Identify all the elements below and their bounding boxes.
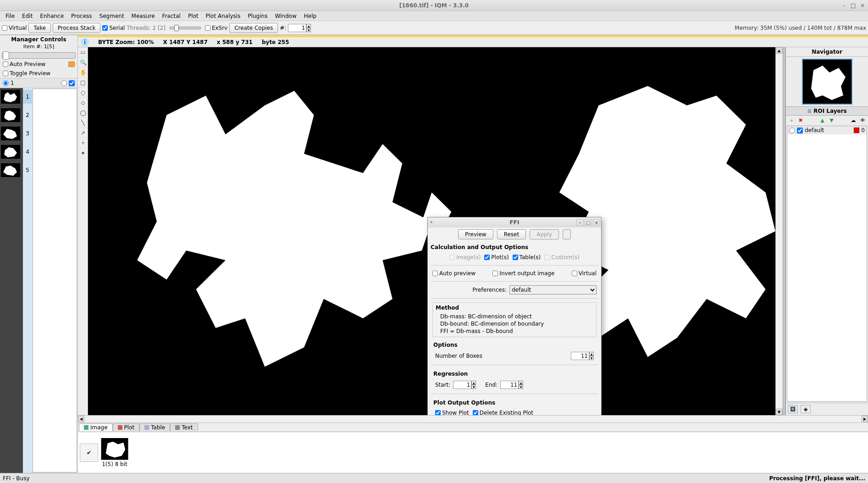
maximize-icon[interactable]: □ (850, 2, 857, 9)
aux-radio[interactable] (61, 80, 67, 86)
roi-remove-icon[interactable]: ✖ (797, 117, 804, 124)
boxes-input[interactable] (571, 352, 589, 360)
menu-plot-analysis[interactable]: Plot Analysis (202, 12, 244, 20)
scroll-left-icon[interactable]: ◀ (78, 416, 84, 422)
preferences-select[interactable]: default (509, 285, 597, 294)
menu-edit[interactable]: Edit (18, 12, 36, 20)
dialog-titlebar[interactable]: • FFI – □ × (428, 217, 601, 228)
tray-action-icon[interactable]: ✔ (80, 444, 98, 462)
thumb-3[interactable] (1, 127, 20, 140)
plots-checkbox[interactable]: Plot(s) (484, 254, 509, 261)
toggle-preview-checkbox[interactable]: Toggle Preview (3, 70, 50, 77)
menu-plot[interactable]: Plot (184, 12, 202, 20)
roi-visible-checkbox[interactable] (797, 128, 803, 133)
roi-color-swatch[interactable] (854, 128, 859, 133)
spin-down-icon[interactable]: ▼ (306, 28, 311, 32)
roi-radio[interactable] (789, 128, 795, 133)
create-copies-button[interactable]: Create Copies (229, 23, 278, 33)
mode-3d-icon[interactable]: ◈ (801, 405, 811, 413)
tab-text[interactable]: Text (170, 423, 198, 431)
reset-button[interactable]: Reset (497, 229, 526, 239)
zoom-tool-icon[interactable]: 🔍 (78, 57, 88, 67)
menu-help[interactable]: Help (300, 12, 320, 20)
spin-down-icon[interactable]: ▼ (519, 385, 523, 389)
close-icon[interactable]: × (859, 2, 866, 9)
threads-slider[interactable] (169, 27, 201, 29)
hand-tool-icon[interactable]: ✋ (78, 67, 88, 78)
images-checkbox[interactable]: Image(s) (449, 254, 481, 261)
virtual-dialog-checkbox[interactable]: Virtual (572, 270, 597, 277)
spin-up-icon[interactable]: ▲ (519, 381, 523, 385)
navigator-thumb[interactable] (802, 59, 852, 105)
autopreview-checkbox[interactable]: Auto preview (432, 270, 475, 277)
line-tool-icon[interactable]: ╲ (78, 118, 88, 128)
menu-fractal[interactable]: Fractal (159, 12, 184, 20)
roi-eye-icon[interactable]: 👁 (859, 117, 866, 124)
thumb-5[interactable] (1, 163, 20, 177)
exsrv-checkbox[interactable]: ExSrv (205, 25, 227, 31)
thumb-index-5[interactable]: 5 (26, 163, 29, 177)
extra-button[interactable] (563, 229, 571, 239)
dialog-minimize-icon[interactable]: – (576, 219, 584, 226)
item-radio[interactable] (3, 80, 9, 86)
thumb-2[interactable] (1, 108, 20, 122)
mode-splat-icon[interactable]: 🖼 (788, 405, 798, 413)
menu-file[interactable]: File (2, 12, 18, 20)
minimize-icon[interactable]: – (840, 2, 848, 9)
dialog-close-icon[interactable]: × (593, 219, 600, 226)
deleteplot-checkbox[interactable]: Delete Existing Plot (473, 410, 533, 415)
spin-up-icon[interactable]: ▲ (589, 352, 594, 356)
roi-row[interactable]: default 0 (787, 126, 867, 134)
arrow-tool-icon[interactable]: ↗ (78, 128, 88, 138)
menu-enhance[interactable]: Enhance (36, 12, 67, 20)
tab-plot[interactable]: Plot (113, 423, 140, 431)
showplot-checkbox[interactable]: Show Plot (435, 410, 469, 415)
hash-input[interactable] (288, 24, 306, 32)
scroll-right-icon[interactable]: ▶ (862, 416, 868, 422)
thumb-4[interactable] (1, 145, 20, 159)
aux-checkbox[interactable] (69, 80, 75, 86)
dialog-menu-icon[interactable]: • (430, 219, 433, 226)
roi-up-icon[interactable]: ▲ (819, 117, 826, 124)
roi-down-icon[interactable]: ▼ (828, 117, 835, 124)
end-spinner[interactable]: ▲▼ (500, 381, 523, 389)
process-stack-button[interactable]: Process Stack (53, 23, 101, 33)
menu-window[interactable]: Window (271, 12, 300, 20)
menu-process[interactable]: Process (67, 12, 96, 20)
apply-button[interactable]: Apply (530, 229, 559, 239)
ellipse-tool-icon[interactable]: ○ (78, 88, 88, 98)
spin-down-icon[interactable]: ▼ (471, 385, 476, 389)
menu-measure[interactable]: Measure (128, 12, 159, 20)
hash-spinner[interactable]: ▲▼ (288, 24, 311, 32)
roi-list[interactable]: default 0 (787, 126, 867, 402)
scroll-up-icon[interactable]: ▲ (776, 47, 782, 54)
menu-segment[interactable]: Segment (96, 12, 128, 20)
menu-plugins[interactable]: Plugins (244, 12, 271, 20)
customs-checkbox[interactable]: Custom(s) (544, 254, 580, 261)
thumb-index-2[interactable]: 2 (26, 108, 29, 122)
canvas-hscroll[interactable]: ◀ ▶ (78, 415, 868, 422)
manager-list[interactable] (33, 89, 77, 472)
canvas-vscroll[interactable]: ▲ ▼ (775, 47, 783, 415)
spin-up-icon[interactable]: ▲ (471, 381, 476, 385)
thumb-index-4[interactable]: 4 (26, 145, 29, 159)
boxes-spinner[interactable]: ▲▼ (571, 352, 594, 360)
roi-cloud-icon[interactable]: ☁ (850, 117, 857, 124)
tab-table[interactable]: Table (139, 423, 170, 431)
auto-preview-checkbox[interactable]: Auto Preview (3, 61, 45, 67)
end-input[interactable] (500, 381, 519, 389)
tab-image[interactable]: Image (79, 423, 113, 431)
serial-checkbox[interactable]: Serial (102, 25, 125, 31)
start-input[interactable] (453, 381, 471, 389)
take-button[interactable]: Take (28, 23, 51, 33)
wand-tool-icon[interactable]: ✦ (78, 148, 88, 158)
freehand-tool-icon[interactable]: ◯ (78, 108, 88, 118)
rectangle-tool-icon[interactable]: □ (78, 78, 88, 88)
spin-up-icon[interactable]: ▲ (306, 24, 311, 28)
manager-slider[interactable] (2, 52, 76, 59)
dialog-maximize-icon[interactable]: □ (585, 219, 592, 226)
invert-checkbox[interactable]: Invert output image (492, 270, 554, 277)
tables-checkbox[interactable]: Table(s) (513, 254, 541, 261)
start-spinner[interactable]: ▲▼ (453, 381, 476, 389)
scroll-down-icon[interactable]: ▼ (776, 409, 782, 415)
